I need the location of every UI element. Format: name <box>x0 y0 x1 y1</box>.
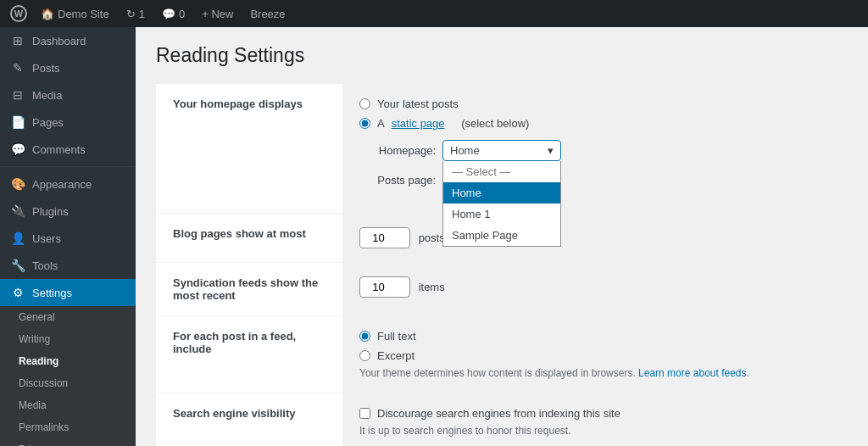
menu-separator <box>0 166 136 167</box>
radio-latest-posts[interactable] <box>359 98 370 109</box>
learn-more-link[interactable]: Learn more about feeds <box>638 367 746 379</box>
adminbar-site[interactable]: 🏠 Demo Site <box>34 0 116 27</box>
main-content: Reading Settings Your homepage displays … <box>136 27 868 446</box>
adminbar-breeze[interactable]: Breeze <box>243 0 292 27</box>
site-name: Demo Site <box>58 8 109 20</box>
sidebar-item-comments[interactable]: 💬 Comments <box>0 136 136 163</box>
submenu-discussion[interactable]: Discussion <box>0 372 136 394</box>
adminbar-comments[interactable]: 💬 0 <box>155 0 192 27</box>
update-icon: ↻ <box>126 8 136 20</box>
radio-static-text: A <box>377 117 385 130</box>
homepage-dropdown-trigger[interactable]: Home ▾ <box>442 140 561 161</box>
breeze-label: Breeze <box>250 8 285 20</box>
dropdown-option-sample[interactable]: Sample Page <box>443 225 560 246</box>
posts-page-label: Posts page: <box>359 174 436 187</box>
sidebar-item-plugins[interactable]: 🔌 Plugins <box>0 198 136 225</box>
syndication-td: items <box>342 263 848 316</box>
feed-excerpt-radio[interactable] <box>359 350 370 361</box>
submenu-writing[interactable]: Writing <box>0 328 136 350</box>
static-page-suffix-text: (select below) <box>461 117 529 130</box>
sidebar-item-tools[interactable]: 🔧 Tools <box>0 252 136 279</box>
visibility-row: Search engine visibility Discourage sear… <box>156 393 848 447</box>
submenu-media[interactable]: Media <box>0 394 136 416</box>
radio-static-page[interactable] <box>359 118 370 129</box>
static-page-link[interactable]: static page <box>392 117 445 130</box>
feed-full-option[interactable]: Full text <box>359 330 831 343</box>
pages-icon: 📄 <box>10 115 25 129</box>
feed-excerpt-option[interactable]: Excerpt <box>359 349 831 362</box>
feed-full-label: Full text <box>377 330 416 343</box>
submenu-privacy[interactable]: Privacy <box>0 438 136 446</box>
sidebar-label-posts: Posts <box>32 62 60 75</box>
sidebar-label-users: Users <box>32 232 61 245</box>
feed-format-th: For each post in a feed, include <box>156 316 342 393</box>
blog-pages-th: Blog pages show at most <box>156 214 342 263</box>
dashboard-icon: ⊞ <box>10 34 25 47</box>
radio-latest-option[interactable]: Your latest posts <box>359 98 831 110</box>
site-icon: 🏠 <box>41 8 54 20</box>
sidebar-label-pages: Pages <box>32 116 64 129</box>
sidebar-label-tools: Tools <box>32 259 58 272</box>
syndication-row: Syndication feeds show the most recent i… <box>156 263 848 316</box>
dropdown-option-home1[interactable]: Home 1 <box>443 203 560 225</box>
feed-format-td: Full text Excerpt Your theme determines … <box>342 316 848 393</box>
sidebar-label-media: Media <box>32 89 62 102</box>
sidebar-item-media[interactable]: ⊟ Media <box>0 81 136 109</box>
homepage-dropdown-list: — Select — Home Home 1 Sam <box>442 161 561 247</box>
homepage-displays-td: Your latest posts A static page (select … <box>342 84 848 214</box>
homepage-displays-label: Your homepage displays <box>156 84 342 214</box>
tools-icon: 🔧 <box>10 259 25 272</box>
new-label: + New <box>202 8 233 20</box>
static-page-suffix <box>452 117 455 130</box>
feed-full-radio[interactable] <box>359 331 370 342</box>
media-icon: ⊟ <box>10 88 25 102</box>
radio-static-option[interactable]: A static page (select below) <box>359 117 831 130</box>
visibility-checkbox[interactable] <box>359 408 370 419</box>
page-selects: Homepage: Home ▾ — Select — <box>359 140 831 191</box>
syndication-suffix: items <box>419 281 445 293</box>
users-icon: 👤 <box>10 231 25 245</box>
sidebar-label-dashboard: Dashboard <box>32 35 86 47</box>
sidebar-item-pages[interactable]: 📄 Pages <box>0 109 136 136</box>
posts-page-select-row: Posts page: — Select — Home Home 1 Sampl… <box>359 170 831 191</box>
visibility-checkbox-label: Discourage search engines from indexing … <box>377 407 620 420</box>
settings-icon: ⚙ <box>10 286 25 299</box>
syndication-th: Syndication feeds show the most recent <box>156 263 342 316</box>
sidebar-item-users[interactable]: 👤 Users <box>0 225 136 252</box>
radio-latest-label: Your latest posts <box>377 98 459 110</box>
homepage-displays-row: Your homepage displays Your latest posts… <box>156 84 848 214</box>
updates-count: 1 <box>139 8 145 20</box>
visibility-note: It is up to search engines to honor this… <box>359 425 831 437</box>
homepage-dropdown-value: Home <box>450 144 480 157</box>
wp-logo-circle: W <box>10 5 27 22</box>
sidebar-item-settings[interactable]: ⚙ Settings <box>0 279 136 306</box>
adminbar-new[interactable]: + New <box>195 0 240 27</box>
blog-pages-input[interactable] <box>359 227 410 248</box>
homepage-select-label: Homepage: <box>359 144 436 157</box>
adminbar-updates[interactable]: ↻ 1 <box>120 0 152 27</box>
comments-count: 0 <box>179 8 185 20</box>
sidebar-label-plugins: Plugins <box>32 205 69 218</box>
dropdown-option-home[interactable]: Home <box>443 182 560 203</box>
sidebar-item-posts[interactable]: ✎ Posts <box>0 54 136 81</box>
submenu-general[interactable]: General <box>0 306 136 328</box>
page-title: Reading Settings <box>156 44 848 67</box>
wp-layout: ⊞ Dashboard ✎ Posts ⊟ Media 📄 Pages 💬 Co… <box>0 27 868 446</box>
posts-icon: ✎ <box>10 61 25 75</box>
blog-pages-suffix: posts <box>419 231 445 244</box>
submenu-permalinks[interactable]: Permalinks <box>0 416 136 438</box>
homepage-dropdown-container: Home ▾ — Select — Home <box>442 140 561 161</box>
sidebar-item-dashboard[interactable]: ⊞ Dashboard <box>0 27 136 54</box>
comment-icon: 💬 <box>162 8 175 20</box>
comments-icon: 💬 <box>10 142 25 156</box>
visibility-th: Search engine visibility <box>156 393 342 447</box>
sidebar-label-appearance: Appearance <box>32 178 92 191</box>
wp-logo[interactable]: W <box>7 0 31 27</box>
homepage-select-row: Homepage: Home ▾ — Select — <box>359 140 831 161</box>
submenu-reading[interactable]: Reading <box>0 350 136 372</box>
syndication-input[interactable] <box>359 276 410 298</box>
dropdown-option-select[interactable]: — Select — <box>443 161 560 182</box>
feed-excerpt-label: Excerpt <box>377 349 415 362</box>
plugins-icon: 🔌 <box>10 204 25 218</box>
sidebar-item-appearance[interactable]: 🎨 Appearance <box>0 170 136 198</box>
